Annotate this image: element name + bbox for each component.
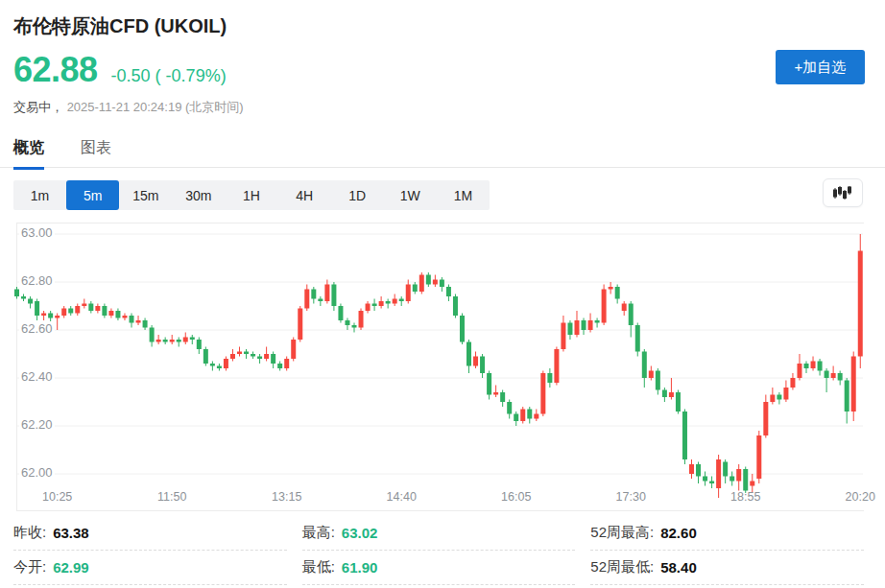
candle-body xyxy=(440,280,444,288)
chart-type-button[interactable] xyxy=(823,178,863,207)
timeframe-button-1m[interactable]: 1m xyxy=(13,180,66,210)
candle-body xyxy=(379,301,384,306)
candle-body xyxy=(48,314,53,318)
candle-body xyxy=(284,359,289,368)
tab-overview[interactable]: 概览 xyxy=(13,138,44,168)
candle-body xyxy=(851,357,856,412)
stat-label: 昨收: xyxy=(13,524,46,542)
candle-body xyxy=(177,340,181,342)
candle-body xyxy=(703,477,707,482)
candle-body xyxy=(696,464,701,477)
candle-body xyxy=(224,359,228,368)
candle-body xyxy=(61,309,66,317)
candle-body xyxy=(453,296,458,316)
candle-body xyxy=(635,325,640,352)
x-axis-label: 20:20 xyxy=(846,490,875,504)
timeframe-bar: 1m5m15m30m1H4H1D1W1M xyxy=(13,180,490,210)
instrument-title: 布伦特原油CFD (UKOIL) xyxy=(13,13,227,39)
candle-body xyxy=(831,373,836,378)
candle-body xyxy=(291,340,296,359)
x-axis-label: 16:05 xyxy=(501,490,531,504)
candle-body xyxy=(825,371,829,379)
stat-cell: 昨收:63.38 xyxy=(13,516,287,551)
y-axis-label: 62.60 xyxy=(19,321,55,336)
y-axis-label: 63.00 xyxy=(19,225,55,240)
stat-cell: 最低:61.90 xyxy=(302,551,576,585)
candle-body xyxy=(567,323,572,336)
stat-value: 63.38 xyxy=(53,525,89,541)
candle-body xyxy=(629,304,634,326)
timeframe-button-5m[interactable]: 5m xyxy=(66,180,119,210)
candle-body xyxy=(311,290,316,299)
candle-body xyxy=(797,364,801,378)
candle-body xyxy=(136,320,141,323)
candle-body xyxy=(595,320,600,323)
candle-body xyxy=(540,373,545,414)
candlestick-icon xyxy=(832,185,853,200)
candle-body xyxy=(642,352,647,379)
candle-body xyxy=(574,320,579,335)
candle-body xyxy=(75,306,80,314)
timeframe-button-1H[interactable]: 1H xyxy=(225,180,277,210)
candle-body xyxy=(399,299,404,302)
candle-body xyxy=(743,469,748,491)
candle-body xyxy=(716,459,721,488)
candle-body xyxy=(88,304,93,312)
timeframe-button-1D[interactable]: 1D xyxy=(331,180,384,210)
candle-body xyxy=(14,290,19,297)
last-price: 62.88 xyxy=(13,50,98,90)
add-watchlist-button[interactable]: +加自选 xyxy=(776,50,865,84)
candle-body xyxy=(858,251,863,357)
candle-body xyxy=(527,410,532,419)
candle-body xyxy=(790,378,795,388)
candle-body xyxy=(756,435,761,479)
candle-body xyxy=(28,299,33,304)
candle-body xyxy=(183,338,188,342)
candle-body xyxy=(500,392,505,402)
candle-body xyxy=(102,306,107,316)
stat-value: 61.90 xyxy=(342,559,378,576)
timeframe-button-1W[interactable]: 1W xyxy=(384,180,437,210)
candle-body xyxy=(493,392,498,395)
candle-body xyxy=(818,362,823,371)
candle-body xyxy=(689,464,694,474)
candle-body xyxy=(386,301,391,304)
tab-chart[interactable]: 图表 xyxy=(81,138,111,168)
candle-body xyxy=(582,320,586,330)
y-axis-label: 62.20 xyxy=(19,417,55,432)
y-axis-label: 62.40 xyxy=(19,369,55,384)
stat-value: 63.02 xyxy=(342,525,378,541)
candle-body xyxy=(122,316,127,318)
candle-body xyxy=(845,381,849,412)
candle-body xyxy=(41,314,46,317)
timeframe-button-15m[interactable]: 15m xyxy=(119,180,172,210)
stat-value: 62.99 xyxy=(53,559,89,576)
candle-body xyxy=(366,304,371,312)
candle-body xyxy=(838,373,843,381)
chart-canvas[interactable] xyxy=(0,222,885,511)
candle-body xyxy=(433,280,438,285)
stat-value: 82.60 xyxy=(660,525,697,541)
x-axis-label: 17:30 xyxy=(616,490,646,504)
candle-body xyxy=(143,320,148,328)
candle-body xyxy=(115,311,120,318)
quote-page: { "header": { "title": "布伦特原油CFD (UKOIL)… xyxy=(0,0,885,588)
candle-body xyxy=(676,392,681,412)
tab-bar: 概览 图表 xyxy=(0,134,885,168)
candle-body xyxy=(163,340,168,342)
candle-body xyxy=(318,299,323,302)
stat-label: 最高: xyxy=(302,524,335,542)
candle-body xyxy=(406,285,411,302)
timeframe-button-4H[interactable]: 4H xyxy=(278,180,331,210)
timeframe-button-30m[interactable]: 30m xyxy=(172,180,225,210)
x-axis-label: 11:50 xyxy=(157,490,186,504)
candle-body xyxy=(271,354,275,364)
x-axis-label: 13:15 xyxy=(272,490,301,504)
candle-body xyxy=(609,287,613,290)
candle-body xyxy=(487,373,491,395)
candle-body xyxy=(68,309,73,314)
timeframe-button-1M[interactable]: 1M xyxy=(437,180,490,210)
candle-body xyxy=(709,482,714,484)
stat-cell: 最高:63.02 xyxy=(302,516,576,551)
candle-body xyxy=(419,275,424,293)
